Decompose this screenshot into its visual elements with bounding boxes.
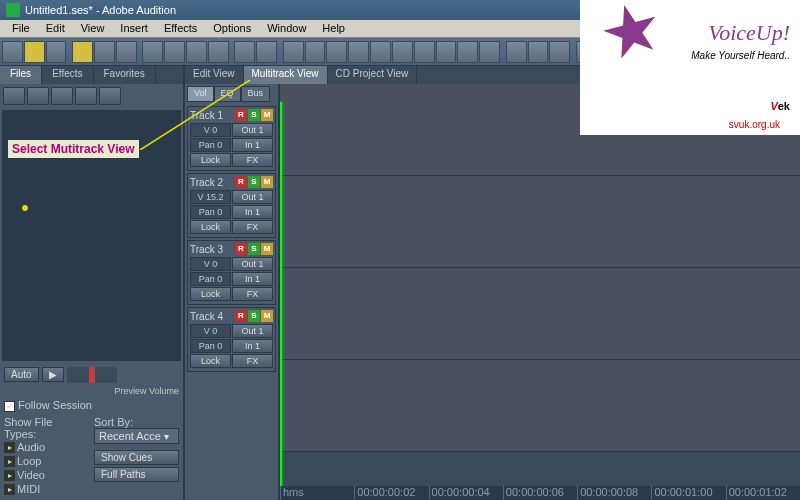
- out-button[interactable]: Out 1: [232, 257, 273, 271]
- tb-paste[interactable]: [164, 41, 185, 63]
- tab-edit-view[interactable]: Edit View: [185, 66, 244, 84]
- menu-options[interactable]: Options: [205, 20, 259, 37]
- tab-cd-project-view[interactable]: CD Project View: [328, 66, 418, 84]
- pt-insert[interactable]: [51, 87, 73, 105]
- pan-field[interactable]: Pan 0: [190, 272, 231, 286]
- tb-cursor[interactable]: [506, 41, 527, 63]
- tb-t8[interactable]: [436, 41, 457, 63]
- menu-effects[interactable]: Effects: [156, 20, 205, 37]
- subtab-eq[interactable]: EQ: [214, 86, 241, 102]
- tb-t4[interactable]: [348, 41, 369, 63]
- out-button[interactable]: Out 1: [232, 324, 273, 338]
- follow-session-checkbox[interactable]: ✓: [4, 401, 15, 412]
- tb-t9[interactable]: [457, 41, 478, 63]
- tb-t6[interactable]: [392, 41, 413, 63]
- sort-dropdown[interactable]: Recent Acce ▾: [94, 428, 179, 444]
- tb-new[interactable]: [2, 41, 23, 63]
- tab-files[interactable]: Files: [0, 66, 42, 84]
- track-name[interactable]: Track 2: [190, 177, 223, 188]
- volume-field[interactable]: V 0: [190, 123, 231, 137]
- solo-button[interactable]: S: [248, 243, 260, 255]
- pan-field[interactable]: Pan 0: [190, 339, 231, 353]
- solo-button[interactable]: S: [248, 176, 260, 188]
- midi-type-icon[interactable]: ▸: [4, 484, 15, 495]
- tb-t1[interactable]: [283, 41, 304, 63]
- tb-open[interactable]: [24, 41, 45, 63]
- in-button[interactable]: In 1: [232, 339, 273, 353]
- record-arm-button[interactable]: R: [235, 310, 247, 322]
- pt-close[interactable]: [27, 87, 49, 105]
- tb-folder[interactable]: [72, 41, 93, 63]
- tb-t2[interactable]: [305, 41, 326, 63]
- track-name[interactable]: Track 4: [190, 311, 223, 322]
- show-cues-button[interactable]: Show Cues: [94, 450, 179, 465]
- pt-edit[interactable]: [75, 87, 97, 105]
- tb-settings[interactable]: [234, 41, 255, 63]
- loop-type-icon[interactable]: ▸: [4, 456, 15, 467]
- mute-button[interactable]: M: [261, 109, 273, 121]
- tb-mix[interactable]: [186, 41, 207, 63]
- lock-button[interactable]: Lock: [190, 153, 231, 167]
- menu-view[interactable]: View: [73, 20, 113, 37]
- tb-t10[interactable]: [479, 41, 500, 63]
- pan-field[interactable]: Pan 0: [190, 205, 231, 219]
- timeline-area[interactable]: hms00:00:00:0200:00:00:0400:00:00:0600:0…: [280, 84, 800, 500]
- pt-open[interactable]: [3, 87, 25, 105]
- solo-button[interactable]: S: [248, 109, 260, 121]
- fx-button[interactable]: FX: [232, 153, 273, 167]
- menu-insert[interactable]: Insert: [112, 20, 156, 37]
- pt-opts[interactable]: [99, 87, 121, 105]
- record-arm-button[interactable]: R: [235, 176, 247, 188]
- subtab-vol[interactable]: Vol: [187, 86, 214, 102]
- audio-type-icon[interactable]: ▸: [4, 442, 15, 453]
- tb-copy[interactable]: [142, 41, 163, 63]
- tb-cross[interactable]: [549, 41, 570, 63]
- tb-t5[interactable]: [370, 41, 391, 63]
- tb-t7[interactable]: [414, 41, 435, 63]
- pan-field[interactable]: Pan 0: [190, 138, 231, 152]
- subtab-bus[interactable]: Bus: [241, 86, 271, 102]
- fx-button[interactable]: FX: [232, 354, 273, 368]
- tab-multitrack-view[interactable]: Multitrack View: [244, 66, 328, 84]
- tb-undo[interactable]: [208, 41, 229, 63]
- volume-field[interactable]: V 0: [190, 257, 231, 271]
- video-type-icon[interactable]: ▸: [4, 470, 15, 481]
- tb-close[interactable]: [116, 41, 137, 63]
- playhead[interactable]: [280, 102, 282, 500]
- out-button[interactable]: Out 1: [232, 190, 273, 204]
- record-arm-button[interactable]: R: [235, 243, 247, 255]
- waveform-track-4[interactable]: [280, 360, 800, 452]
- tb-save[interactable]: [46, 41, 67, 63]
- play-button[interactable]: ▶: [42, 367, 64, 382]
- menu-window[interactable]: Window: [259, 20, 314, 37]
- mute-button[interactable]: M: [261, 310, 273, 322]
- track-name[interactable]: Track 1: [190, 110, 223, 121]
- fx-button[interactable]: FX: [232, 287, 273, 301]
- waveform-track-3[interactable]: [280, 268, 800, 360]
- tab-effects[interactable]: Effects: [42, 66, 93, 84]
- lock-button[interactable]: Lock: [190, 354, 231, 368]
- track-name[interactable]: Track 3: [190, 244, 223, 255]
- menu-file[interactable]: File: [4, 20, 38, 37]
- tb-cd[interactable]: [256, 41, 277, 63]
- tab-favorites[interactable]: Favorites: [94, 66, 156, 84]
- in-button[interactable]: In 1: [232, 205, 273, 219]
- tb-disk[interactable]: [94, 41, 115, 63]
- lock-button[interactable]: Lock: [190, 287, 231, 301]
- menu-edit[interactable]: Edit: [38, 20, 73, 37]
- mute-button[interactable]: M: [261, 176, 273, 188]
- menu-help[interactable]: Help: [314, 20, 353, 37]
- volume-field[interactable]: V 15.2: [190, 190, 231, 204]
- in-button[interactable]: In 1: [232, 138, 273, 152]
- lock-button[interactable]: Lock: [190, 220, 231, 234]
- mute-button[interactable]: M: [261, 243, 273, 255]
- record-arm-button[interactable]: R: [235, 109, 247, 121]
- tb-t3[interactable]: [326, 41, 347, 63]
- waveform-track-2[interactable]: [280, 176, 800, 268]
- full-paths-button[interactable]: Full Paths: [94, 467, 179, 482]
- auto-button[interactable]: Auto: [4, 367, 39, 382]
- out-button[interactable]: Out 1: [232, 123, 273, 137]
- tb-hand[interactable]: [528, 41, 549, 63]
- time-ruler[interactable]: hms00:00:00:0200:00:00:0400:00:00:0600:0…: [280, 486, 800, 500]
- fx-button[interactable]: FX: [232, 220, 273, 234]
